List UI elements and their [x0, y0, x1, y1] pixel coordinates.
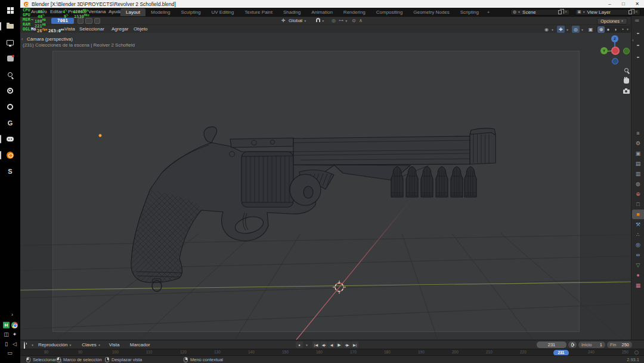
tab-geometry-nodes[interactable]: Geometry Nodes — [408, 8, 454, 16]
properties-tab-data-properties[interactable]: ▽ — [632, 260, 644, 270]
timeline-menu-marcador[interactable]: Marcador — [130, 340, 150, 349]
viewport-menu-vista[interactable]: Vista — [64, 25, 75, 33]
tab-texture-paint[interactable]: Texture Paint — [239, 8, 278, 16]
play-reverse-button[interactable]: ◀ — [328, 342, 335, 348]
add-workspace-button[interactable]: + — [484, 8, 493, 16]
tab-uv-editing[interactable]: UV Editing — [206, 8, 239, 16]
timeline-track[interactable]: 8090100110120130140150160170180190200210… — [20, 349, 644, 355]
properties-tab-world-properties[interactable]: ⊕ — [632, 189, 644, 199]
chrome-tray-icon[interactable] — [11, 321, 18, 329]
properties-tab-object-properties[interactable]: ■ — [632, 210, 644, 219]
phone-tray-icon[interactable]: ▯ — [2, 340, 10, 348]
menu-editar[interactable]: Editar — [50, 8, 63, 16]
cartridge[interactable] — [421, 167, 433, 197]
properties-tab-particle-properties[interactable]: ∴ — [632, 230, 644, 239]
menu-ventana[interactable]: Ventana — [88, 8, 106, 16]
play-button[interactable]: ▶ — [336, 342, 343, 348]
snap-toggle[interactable]: ▼ — [316, 17, 324, 25]
header-mini-icon[interactable] — [78, 18, 83, 24]
timeline-menu-claves[interactable]: Claves ▼ — [82, 340, 101, 349]
file-explorer-icon[interactable] — [0, 20, 20, 33]
tab-modeling[interactable]: Modeling — [145, 8, 175, 16]
new-view-layer-icon[interactable] — [628, 10, 632, 14]
s-app-icon[interactable]: S — [0, 165, 20, 178]
playhead[interactable]: 231 — [553, 350, 569, 356]
network-tray-icon[interactable]: ▭ — [6, 349, 14, 357]
properties-tab-constraint-properties[interactable]: ∞ — [632, 250, 644, 260]
header-mini-icon[interactable] — [85, 18, 92, 24]
timeline-scroll-cap[interactable] — [634, 350, 639, 355]
g-app-icon[interactable]: G — [0, 116, 20, 130]
object-type-visibility-dropdown[interactable]: ◉ — [543, 26, 550, 33]
zoom-tool-button[interactable] — [621, 65, 631, 75]
current-frame-field[interactable]: 231 — [537, 342, 566, 348]
shading-wireframe-button[interactable]: ⊕ — [597, 26, 605, 33]
properties-tab-modifier-properties[interactable]: ⚒ — [632, 220, 644, 229]
timeline-menu-vista[interactable]: Vista — [109, 340, 120, 349]
blender-app-icon[interactable] — [0, 149, 20, 162]
show-gizmo-toggle[interactable]: ✚ — [557, 26, 565, 33]
shading-solid-button[interactable]: ● — [605, 26, 612, 33]
proportional-falloff-dropdown[interactable]: ⊶ ▼ — [339, 17, 348, 25]
cartridge[interactable] — [406, 167, 418, 197]
tab-shading[interactable]: Shading — [278, 8, 306, 16]
gizmo-z-axis[interactable]: Z — [611, 35, 618, 42]
proportional-edit-toggle[interactable]: ◎ — [332, 17, 336, 25]
next-keyframe-button[interactable]: •▶ — [343, 342, 351, 348]
tab-sculpting[interactable]: Sculpting — [176, 8, 206, 16]
minimize-button[interactable]: – — [603, 0, 617, 8]
hwinfo-tray-icon[interactable]: H — [2, 321, 10, 329]
properties-tab-scene-properties[interactable]: ◍ — [632, 179, 644, 189]
tab-rendering[interactable]: Rendering — [338, 8, 371, 16]
tab-layout[interactable]: Layout — [120, 8, 145, 16]
search-app-icon[interactable] — [0, 68, 20, 81]
maximize-button[interactable]: □ — [617, 0, 630, 8]
windows-start-icon[interactable] — [0, 4, 20, 17]
volume-tray-icon[interactable]: ◁ — [11, 340, 18, 348]
header-mini-icon[interactable] — [94, 18, 100, 24]
frame-end-field[interactable]: Fin250 — [607, 342, 632, 348]
panel-expand-chevron[interactable]: ‹ — [632, 38, 634, 43]
gizmo-y-neg-axis[interactable] — [623, 48, 630, 54]
view-layer-selector[interactable]: ▣ ▼ View Layer ✕ — [575, 9, 640, 16]
wallpaper-app-icon[interactable] — [0, 36, 20, 49]
properties-tab-render-properties[interactable]: ▣ — [632, 149, 644, 158]
tray-expand-chevron-icon[interactable]: › — [8, 311, 16, 319]
pan-tool-button[interactable] — [621, 76, 631, 85]
cartridge[interactable] — [451, 167, 463, 197]
cartridge[interactable] — [465, 167, 476, 197]
gizmo-x-axis[interactable] — [611, 47, 620, 55]
recorder-app-icon[interactable] — [0, 84, 20, 97]
shading-material-button[interactable]: ◑ — [612, 26, 619, 33]
options-button[interactable]: Opciones ▼ — [597, 18, 627, 24]
toggle-xray-button[interactable]: ▣ — [587, 26, 595, 33]
viewport-menu-agregar[interactable]: Agregar — [112, 25, 128, 33]
use-preview-range-button[interactable] — [568, 342, 577, 348]
tab-compositing[interactable]: Compositing — [371, 8, 408, 16]
toolbar-expand-chevron[interactable]: ‹ — [21, 36, 23, 42]
pointer-tray-icon[interactable]: ✦ — [11, 331, 18, 339]
properties-tab-output-properties[interactable]: ▤ — [632, 159, 644, 168]
outliner-editor-icon[interactable]: ≔ — [634, 18, 639, 23]
cartridge[interactable] — [436, 167, 448, 197]
properties-tab-physics-properties[interactable]: ◎ — [632, 240, 644, 250]
scene-selector[interactable]: ◍ ▼ Scene ✕ — [510, 9, 570, 16]
menu-archivo[interactable]: Archivo — [31, 8, 47, 16]
show-overlays-toggle[interactable]: ◎ — [572, 26, 580, 33]
gizmo-z-neg-axis[interactable] — [612, 58, 618, 64]
ring-app-icon[interactable] — [0, 100, 20, 113]
viewport-menu-objeto[interactable]: Objeto — [134, 25, 148, 33]
revolver-object[interactable] — [56, 127, 496, 302]
properties-tab-collection-properties[interactable]: □ — [632, 199, 644, 209]
transform-orientation-dropdown[interactable]: Global ▼ — [289, 17, 306, 25]
properties-tab-tool[interactable]: ⚙ — [632, 139, 644, 148]
afterburner-app-icon[interactable] — [0, 52, 20, 65]
window-titlebar[interactable]: Blender [X:\Blender 3D\PROYECTS\Revolver… — [20, 0, 644, 8]
3d-viewport[interactable]: ‹ Cámara (perspectiva) (231) Colecciones… — [20, 33, 631, 340]
record-button[interactable]: ● — [296, 342, 303, 348]
frame-start-field[interactable]: Inicio1 — [578, 342, 605, 348]
remove-view-layer-icon[interactable]: ✕ — [634, 10, 638, 14]
shading-rendered-button[interactable]: ◔ — [619, 26, 626, 33]
falloff-curve-icon[interactable]: ∧ — [359, 17, 363, 25]
previous-keyframe-button[interactable]: ◀• — [320, 342, 327, 348]
